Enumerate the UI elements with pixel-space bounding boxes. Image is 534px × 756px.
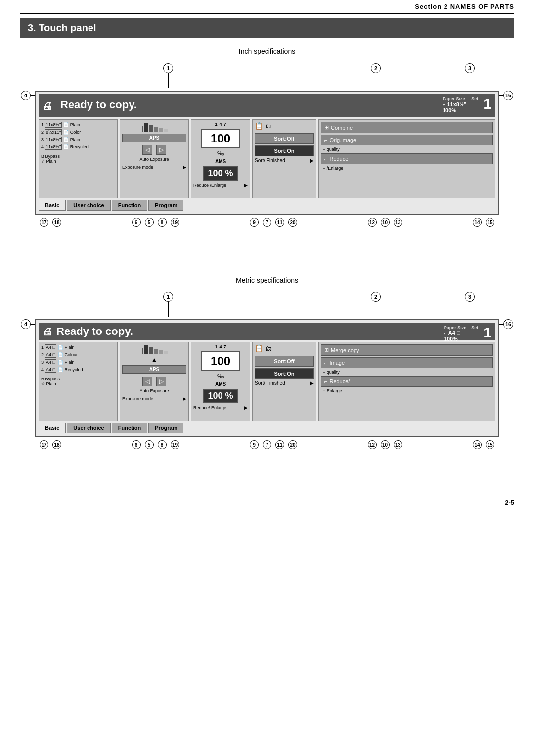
- aps-button[interactable]: APS: [122, 134, 186, 142]
- count-pct-display: %₀: [217, 150, 224, 157]
- callout-10-metric: 10: [381, 440, 390, 449]
- metric-tray-3[interactable]: 3 A4 □ 📄 Plain: [41, 359, 115, 365]
- orig-image-btn[interactable]: ⌐ Orig.image: [321, 135, 493, 145]
- metric-reduce-right-label: Reduce/: [329, 378, 350, 384]
- metric-exposure-mode-row: Exposure mode ▶: [122, 396, 186, 401]
- callout-12-inch: 12: [368, 218, 377, 227]
- metric-sort-off-btn[interactable]: Sort:Off: [255, 356, 314, 367]
- inch-tray-section: 1 11x8½" 📄 Plain 2 8½x11" 📄 Color 3 11x8…: [39, 119, 118, 198]
- inch-copycount-section: 1 4 7 100 %₀ AMS 100 % Reduce /Enlarge ▶: [191, 119, 250, 198]
- inch-bottom-callouts: 17 18 6 5 8 19 9 7 11 20 12 10 13 14 15: [35, 218, 499, 227]
- printer-icon: 🖨: [43, 100, 52, 112]
- tab-program-metric[interactable]: Program: [148, 423, 183, 433]
- exposure-arrows: ◁ ▷: [122, 145, 186, 155]
- callout-13-metric: 13: [394, 440, 402, 449]
- tab-basic-inch[interactable]: Basic: [39, 200, 66, 211]
- metric-quality-label: ⌐ quality: [321, 370, 493, 375]
- tray-1[interactable]: 1 11x8½" 📄 Plain: [41, 122, 115, 128]
- metric-exposure-mode-arrow: ▶: [183, 396, 186, 401]
- metric-tray-1[interactable]: 1 A4 □ 📄 Plain: [41, 344, 115, 350]
- metric-panel-main: 1 A4 □ 📄 Plain 2 A4 □ 📄 Colour 3 A4 □ 📄 …: [39, 342, 495, 421]
- callout-20-inch: 20: [288, 218, 297, 227]
- metric-reduce-right-btn[interactable]: ⌐ Reduce/: [321, 376, 493, 387]
- exposure-right-arrow[interactable]: ▷: [156, 145, 166, 155]
- quality-label: ⌐ quality: [321, 147, 493, 152]
- metric-tray-size-3: A4 □: [45, 359, 56, 365]
- metric-copycount-section: 1 4 7 100 %₀ AMS 100 % Reduce/ Enlarge ▶: [191, 342, 250, 421]
- metric-bottom-callouts: 17 18 6 5 8 19 9 7 11 20 12 10 13 14 15: [35, 440, 499, 449]
- sort-finished-row: Sort/ Finished ▶: [255, 158, 314, 163]
- combine-label: Combine: [331, 125, 353, 131]
- metric-right-panel: ⊞ Merge copy ⌐ Image ⌐ quality ⌐ Reduce/…: [318, 342, 495, 421]
- callout-2-inch: 2: [371, 63, 381, 88]
- tab-function-inch[interactable]: Function: [112, 200, 147, 211]
- callout-15-inch: 15: [486, 218, 494, 227]
- metric-bypass-label: B Bypass: [41, 377, 60, 381]
- tray-3[interactable]: 3 11x8½" 📄 Plain: [41, 137, 115, 142]
- tray-4[interactable]: 4 11x8½" 📄 Recycled: [41, 144, 115, 150]
- metric-sort-stack-icon: 📋: [255, 344, 263, 352]
- section-header-text: Section 2 NAMES OF PARTS: [415, 3, 514, 10]
- inch-paper-size-label: Paper Size: [443, 96, 466, 101]
- ams-label-inch: AMS: [215, 159, 226, 164]
- inch-exposure-section: APS ◁ ▷ Auto Exposure Exposure mode ▶: [120, 119, 189, 198]
- metric-percent: 100%: [444, 336, 467, 342]
- orig-image-label: Orig.image: [329, 137, 356, 143]
- metric-tray-4[interactable]: 4 A4 □ 📄 Recycled: [41, 367, 115, 373]
- metric-exposure-left-arrow[interactable]: ◁: [142, 377, 152, 386]
- metric-exposure-arrows: ◁ ▷: [122, 377, 186, 386]
- tab-function-metric[interactable]: Function: [112, 423, 147, 433]
- metric-paper-size-label: Paper Size: [444, 325, 467, 330]
- tray-size-icon-4: 11x8½": [45, 144, 62, 150]
- callout-11-inch: 11: [275, 218, 284, 227]
- exposure-mode-arrow: ▶: [183, 165, 186, 170]
- metric-reduce-enlarge-label: Reduce/ Enlarge: [193, 405, 226, 410]
- callout-5-inch: 5: [145, 218, 154, 227]
- metric-spec-section: Metric specifications 1 2 3 4 16: [20, 276, 514, 449]
- callout-5-metric: 5: [145, 440, 154, 449]
- metric-reduce-enlarge-arrow: ▶: [244, 405, 248, 410]
- metric-sort-on-btn[interactable]: Sort:On: [255, 368, 314, 379]
- metric-copy-count-display[interactable]: 100: [201, 351, 240, 371]
- tray-2[interactable]: 2 8½x11" 📄 Color: [41, 129, 115, 135]
- metric-reduce-right-icon: ⌐: [324, 378, 327, 384]
- enlarge-label: ⌐ /Enlarge: [321, 166, 493, 171]
- copy-count-display[interactable]: 100: [201, 129, 240, 148]
- sort-off-btn[interactable]: Sort:Off: [255, 133, 314, 144]
- sort-on-btn[interactable]: Sort:On: [255, 145, 314, 156]
- aps-label: APS: [122, 134, 186, 142]
- reduce-right-label: Reduce: [329, 156, 348, 162]
- inch-paper-size-value: ⌐ 11x8½": [443, 101, 466, 107]
- metric-image-quality-btn[interactable]: ⌐ Image: [321, 357, 493, 368]
- callout-18-inch: 18: [52, 218, 61, 227]
- hundred-pct-inch[interactable]: 100 %: [203, 166, 238, 181]
- metric-exposure-right-arrow[interactable]: ▷: [156, 377, 166, 386]
- inch-set-box: Set: [471, 96, 478, 101]
- exposure-left-arrow[interactable]: ◁: [142, 145, 152, 155]
- inch-spec-section: Inch specifications 1 2 3 4: [20, 47, 514, 227]
- hundred-pct-metric[interactable]: 100 %: [203, 389, 238, 403]
- metric-bypass-paper: ☆ Plain: [41, 381, 56, 386]
- combine-btn[interactable]: ⊞ Combine: [321, 122, 493, 133]
- reduce-right-btn[interactable]: ⌐ Reduce: [321, 153, 493, 164]
- callout-17-metric: 17: [40, 440, 48, 449]
- metric-sort-finished-row: Sort/ Finished ▶: [255, 380, 314, 386]
- metric-aps-button[interactable]: APS: [122, 365, 186, 374]
- tab-userchoice-metric[interactable]: User choice: [67, 423, 110, 433]
- metric-aps-label: APS: [122, 365, 186, 374]
- tab-basic-metric[interactable]: Basic: [39, 423, 66, 433]
- metric-sort-finished-arrow: ▶: [310, 380, 314, 386]
- reduce-enlarge-label: Reduce /Enlarge: [193, 183, 226, 188]
- metric-spec-label: Metric specifications: [20, 276, 514, 284]
- metric-enlarge-label: ⌐ Enlarge: [321, 388, 493, 393]
- count-top-row: 1 4 7: [215, 122, 226, 127]
- metric-tab-row: Basic User choice Function Program: [39, 423, 495, 433]
- tab-program-inch[interactable]: Program: [148, 200, 183, 211]
- metric-tray-2[interactable]: 2 A4 □ 📄 Colour: [41, 352, 115, 358]
- callout-11-metric: 11: [275, 440, 284, 449]
- bypass-row: B Bypass ☆ Plain: [41, 152, 115, 164]
- metric-bypass-row: B Bypass ☆ Plain: [41, 375, 115, 386]
- merge-copy-btn[interactable]: ⊞ Merge copy: [321, 344, 493, 356]
- tab-userchoice-inch[interactable]: User choice: [67, 200, 110, 211]
- metric-page-num: 1: [483, 325, 491, 340]
